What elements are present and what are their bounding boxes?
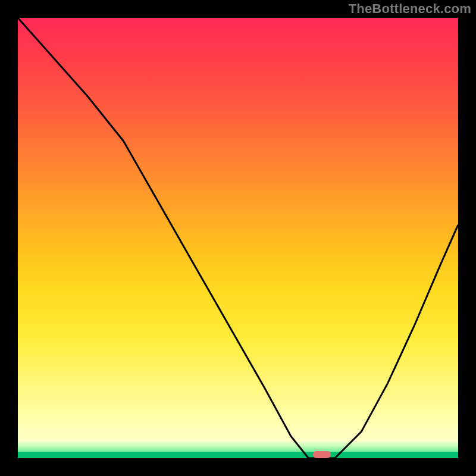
chart-frame: TheBottleneck.com [0, 0, 476, 476]
watermark-text: TheBottleneck.com [349, 1, 471, 17]
curve-svg [18, 18, 458, 458]
plot-area [18, 18, 458, 458]
optimal-marker [313, 451, 331, 458]
bottleneck-curve-path [18, 18, 458, 458]
